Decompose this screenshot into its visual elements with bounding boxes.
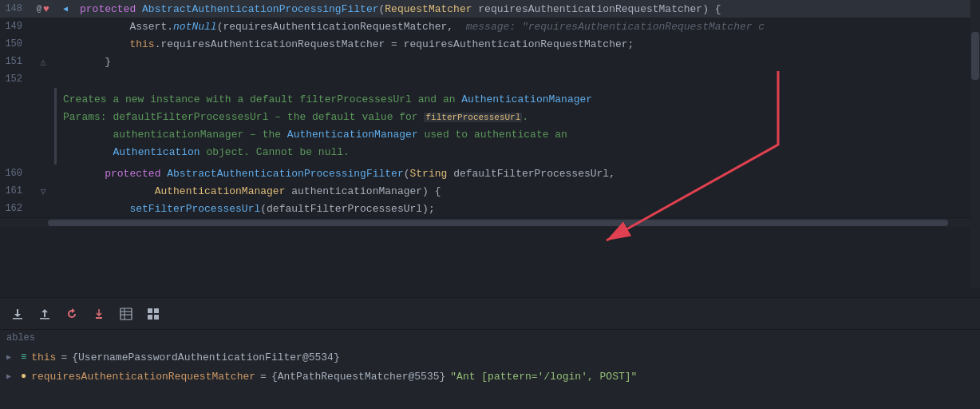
this-var-name: this [31, 351, 56, 363]
step-into-button[interactable] [88, 303, 110, 325]
step-into-icon [93, 308, 105, 320]
doc-line-3: authenticationManager – the Authenticati… [63, 126, 974, 144]
variables-panel: ables ▶ ≡ this = {UsernamePasswordAuthen… [0, 329, 980, 409]
line-149: 149 Assert.notNull(requiresAuthenticatio… [0, 18, 980, 35]
refresh-icon [65, 308, 78, 320]
line-162: 162 setFilterProcessesUrl(defaultFilterP… [0, 200, 980, 217]
table-icon [120, 308, 132, 320]
requires-var-equals: = [260, 371, 267, 383]
table-button[interactable] [115, 303, 137, 325]
grid-button[interactable] [142, 303, 164, 325]
this-var-equals: = [61, 351, 67, 363]
svg-rect-1 [13, 318, 22, 320]
svg-rect-11 [154, 315, 159, 320]
upload-button[interactable] [34, 303, 56, 325]
horizontal-scrollbar[interactable] [0, 217, 980, 227]
requires-var-type-icon: ● [21, 371, 26, 382]
svg-rect-4 [121, 308, 132, 320]
requires-var-value-string: "Ant [pattern='/login', POST]" [450, 371, 637, 383]
doc-line-1: Creates a new instance with a default fi… [63, 91, 974, 109]
grid-icon [147, 308, 160, 320]
this-var-value: {UsernamePasswordAuthenticationFilter@55… [72, 351, 339, 363]
line-content-150: this.requiresAuthenticationRequestMatche… [77, 38, 974, 50]
fold-up-icon: △ [41, 57, 46, 67]
fold-down-icon: ▽ [41, 186, 46, 197]
gutter-161: ▽ [32, 186, 54, 197]
line-content-162: setFilterProcessesUrl(defaultFilterProce… [77, 203, 974, 215]
gutter2-148: ◀ [54, 4, 77, 14]
line-content-149: Assert.notNull(requiresAuthenticationReq… [77, 21, 974, 33]
var-item-this[interactable]: ▶ ≡ this = {UsernamePasswordAuthenticati… [0, 347, 980, 367]
line-number-152: 152 [0, 73, 32, 85]
line-160: 160 protected AbstractAuthenticationProc… [0, 165, 980, 182]
upload-icon [38, 308, 51, 320]
editor-area: 148 @ ♥ ◀ protected AbstractAuthenticati… [0, 0, 980, 297]
line-content-151: } [77, 56, 974, 68]
variables-label: ables [6, 332, 35, 343]
var-item-requires[interactable]: ▶ ● requiresAuthenticationRequestMatcher… [0, 367, 980, 386]
line-152: 152 [0, 70, 980, 88]
download-icon [11, 308, 24, 320]
line-151: 151 △ } [0, 53, 980, 70]
code-lines: 148 @ ♥ ◀ protected AbstractAuthenticati… [0, 0, 980, 297]
at-icon: @ [37, 5, 41, 14]
svg-rect-9 [154, 308, 159, 313]
refresh-button[interactable] [61, 303, 83, 325]
line-number-160: 160 [0, 168, 32, 179]
line-150: 150 this.requiresAuthenticationRequestMa… [0, 35, 980, 53]
line-148: 148 @ ♥ ◀ protected AbstractAuthenticati… [0, 0, 980, 18]
requires-var-name: requiresAuthenticationRequestMatcher [31, 371, 255, 383]
line-content-148: protected AbstractAuthenticationProcessi… [77, 3, 974, 15]
svg-rect-2 [40, 318, 49, 320]
var-list: ▶ ≡ this = {UsernamePasswordAuthenticati… [0, 346, 980, 409]
requires-var-value: {AntPathRequestMatcher@5535} [271, 371, 445, 383]
line-number-162: 162 [0, 203, 32, 214]
vertical-scrollbar[interactable] [970, 0, 980, 288]
gutter-151: △ [32, 57, 54, 67]
line-number-148: 148 [0, 3, 32, 14]
svg-rect-3 [96, 317, 102, 319]
toolbar [0, 297, 980, 329]
doc-block: Creates a new instance with a default fi… [54, 88, 980, 165]
svg-rect-8 [148, 308, 152, 313]
expand-this-icon: ▶ [6, 352, 16, 362]
expand-requires-icon: ▶ [6, 371, 16, 381]
line-content-160: protected AbstractAuthenticationProcessi… [77, 168, 974, 180]
line-number-161: 161 [0, 185, 32, 197]
line-content-161: AuthenticationManager authenticationMana… [77, 185, 974, 197]
bookmark-heart-icon: ♥ [43, 3, 49, 15]
line-161: 161 ▽ AuthenticationManager authenticati… [0, 182, 980, 200]
doc-line-4: Authentication object. Cannot be null. [63, 144, 974, 161]
line-number-150: 150 [0, 38, 32, 50]
gutter-148: @ ♥ [32, 3, 54, 15]
line-number-151: 151 [0, 56, 32, 67]
variables-header: ables [0, 330, 980, 346]
this-var-type-icon: ≡ [21, 351, 26, 363]
download-button[interactable] [6, 303, 29, 325]
svg-rect-10 [148, 315, 152, 320]
line-number-149: 149 [0, 21, 32, 32]
doc-line-2: Params: defaultFilterProcessesUrl – the … [63, 109, 974, 126]
